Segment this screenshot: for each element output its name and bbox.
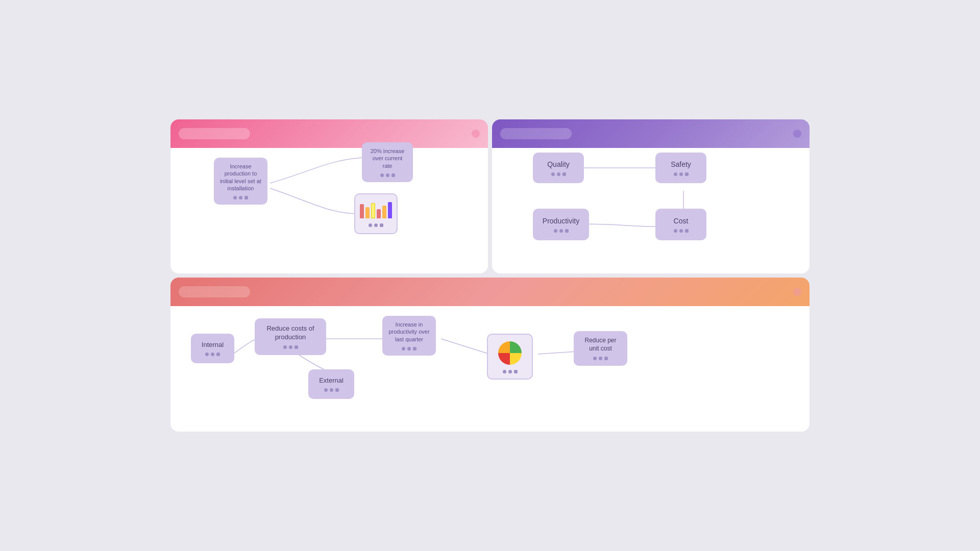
- node-footer: [380, 173, 395, 177]
- panel-top-left: Increase production to initial level set…: [170, 119, 488, 273]
- node-footer: [674, 172, 689, 176]
- node-dot: [380, 173, 384, 177]
- node-square: [604, 357, 608, 360]
- node-footer: [402, 347, 416, 350]
- node-square: [391, 173, 395, 177]
- node-square: [216, 353, 220, 356]
- node-footer: [324, 388, 339, 392]
- node-internal[interactable]: Internal: [191, 334, 234, 363]
- bar-1: [360, 204, 364, 218]
- panel-dot-pink: [472, 130, 480, 138]
- node-dot: [503, 370, 506, 373]
- node-square: [244, 196, 248, 199]
- node-dot: [211, 353, 214, 356]
- node-dot: [402, 347, 405, 350]
- node-dot: [239, 196, 242, 199]
- node-dot: [557, 172, 560, 176]
- node-reduce-unit-cost[interactable]: Reduce per unit cost: [574, 331, 627, 366]
- node-square: [685, 172, 689, 176]
- panel-title-pill-orange: [179, 286, 250, 297]
- node-quality[interactable]: Quality: [533, 153, 584, 183]
- node-dot: [289, 345, 292, 349]
- node-dot: [679, 229, 683, 233]
- node-dot: [369, 223, 372, 227]
- node-square: [295, 345, 298, 349]
- bar-2: [365, 207, 370, 218]
- node-dot: [233, 196, 237, 199]
- bar-3: [371, 203, 375, 218]
- node-footer: [503, 370, 518, 373]
- panel-header-orange: [170, 278, 810, 306]
- node-footer: [554, 229, 569, 233]
- main-container: Increase production to initial level set…: [168, 117, 812, 434]
- node-dot: [407, 347, 411, 350]
- panel-dot-purple: [793, 130, 801, 138]
- panel-title-pill-pink: [179, 128, 250, 139]
- node-square: [335, 388, 339, 392]
- node-footer: [674, 229, 689, 233]
- node-dot: [551, 172, 555, 176]
- node-dot: [674, 229, 677, 233]
- node-dot: [599, 357, 602, 360]
- node-dot: [283, 345, 287, 349]
- node-square: [380, 223, 383, 227]
- node-chart[interactable]: [354, 193, 398, 234]
- node-square: [413, 347, 416, 350]
- pie-chart: [497, 340, 523, 366]
- node-external[interactable]: External: [308, 369, 354, 399]
- node-dot: [374, 223, 378, 227]
- node-footer: [205, 353, 220, 356]
- node-square: [685, 229, 689, 233]
- bar-4: [377, 209, 381, 218]
- node-dot: [679, 172, 683, 176]
- node-dot: [508, 370, 512, 373]
- node-footer: [283, 345, 298, 349]
- chart-visualization: [359, 201, 393, 219]
- node-footer: [233, 196, 248, 199]
- bar-5: [382, 206, 386, 218]
- node-footer: [551, 172, 566, 176]
- node-reduce-costs[interactable]: Reduce costs of production: [255, 318, 326, 355]
- node-dot: [205, 353, 209, 356]
- node-dot: [559, 229, 563, 233]
- bar-6: [388, 202, 392, 218]
- node-square: [565, 229, 569, 233]
- panel-bottom: Internal Reduce costs of production Exte…: [170, 278, 810, 432]
- panel-header-pink: [170, 119, 488, 148]
- panel-top-right: Quality Safety Productivity: [492, 119, 810, 273]
- node-footer: [369, 223, 383, 227]
- node-increase-productivity-quarter[interactable]: Increase in productivity over last quart…: [382, 316, 436, 356]
- node-footer: [593, 357, 608, 360]
- node-pie[interactable]: [487, 334, 533, 380]
- panel-header-purple: [492, 119, 810, 148]
- node-productivity[interactable]: Productivity: [533, 209, 589, 240]
- node-increase-production[interactable]: Increase production to initial level set…: [214, 158, 267, 205]
- panel-dot-orange: [793, 288, 801, 296]
- node-square: [514, 370, 518, 373]
- node-dot: [554, 229, 557, 233]
- node-dot: [674, 172, 677, 176]
- node-square: [562, 172, 566, 176]
- node-dot: [386, 173, 389, 177]
- node-cost[interactable]: Cost: [655, 209, 706, 240]
- node-dot: [330, 388, 333, 392]
- panel-title-pill-purple: [500, 128, 572, 139]
- node-safety[interactable]: Safety: [655, 153, 706, 183]
- node-twenty-percent[interactable]: 20% increase over current rate: [362, 142, 413, 182]
- node-dot: [324, 388, 328, 392]
- node-dot: [593, 357, 597, 360]
